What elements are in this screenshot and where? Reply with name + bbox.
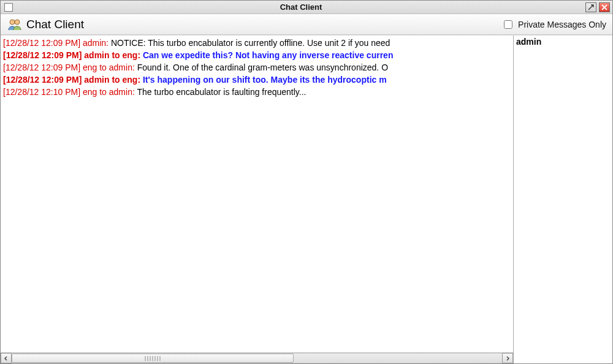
chat-timestamp: [12/28/12 12:09 PM] <box>3 75 82 85</box>
private-messages-checkbox[interactable] <box>504 20 512 29</box>
chat-sender: eng to admin: <box>83 63 135 72</box>
chat-message-text: The turbo encabulator is faulting freque… <box>137 87 306 97</box>
close-icon <box>601 4 607 10</box>
window-controls <box>585 2 612 12</box>
scroll-right-button[interactable] <box>502 353 513 363</box>
private-messages-label: Private Messages Only <box>518 20 606 29</box>
chat-log[interactable]: [12/28/12 12:09 PM] admin: NOTICE: This … <box>1 36 513 352</box>
chat-timestamp: [12/28/12 12:09 PM] <box>3 50 82 60</box>
maximize-button[interactable] <box>585 2 596 12</box>
chat-message-text: Found it. One of the cardinal gram-meter… <box>137 63 388 72</box>
chat-sender: admin to eng: <box>84 50 140 60</box>
chat-window: Chat Client Chat Client Pri <box>0 0 613 364</box>
window-title: Chat Client <box>17 2 585 12</box>
chat-timestamp: [12/28/12 12:10 PM] <box>3 87 80 97</box>
chevron-left-icon <box>4 356 9 361</box>
panel-header-left: Chat Client <box>7 18 84 31</box>
chevron-right-icon <box>505 356 510 361</box>
chat-timestamp: [12/28/12 12:09 PM] <box>3 63 80 72</box>
chat-timestamp: [12/28/12 12:09 PM] <box>3 38 80 48</box>
chat-message-text: NOTICE: This turbo encabulator is curren… <box>111 38 390 48</box>
chat-pane: [12/28/12 12:09 PM] admin: NOTICE: This … <box>1 36 514 363</box>
svg-point-0 <box>10 20 15 25</box>
chat-line[interactable]: [12/28/12 12:09 PM] admin: NOTICE: This … <box>3 37 511 49</box>
chat-message-text: It's happening on our shift too. Maybe i… <box>143 75 387 85</box>
private-messages-toggle[interactable]: Private Messages Only <box>501 18 606 31</box>
close-button[interactable] <box>599 2 610 12</box>
scroll-left-button[interactable] <box>1 353 12 363</box>
panel-title: Chat Client <box>26 18 84 31</box>
users-icon <box>7 18 23 31</box>
chat-line[interactable]: [12/28/12 12:09 PM] eng to admin: Found … <box>3 61 511 74</box>
content-area: [12/28/12 12:09 PM] admin: NOTICE: This … <box>1 35 612 363</box>
system-menu-icon[interactable] <box>4 3 13 12</box>
chat-sender: admin: <box>83 38 109 48</box>
maximize-icon <box>588 4 594 10</box>
scrollbar-track[interactable] <box>12 353 502 363</box>
chat-line[interactable]: [12/28/12 12:09 PM] admin to eng: It's h… <box>3 74 511 86</box>
horizontal-scrollbar[interactable] <box>1 352 513 363</box>
chat-line[interactable]: [12/28/12 12:09 PM] admin to eng: Can we… <box>3 49 511 61</box>
user-list[interactable]: admin <box>514 36 612 363</box>
scrollbar-grip-icon <box>145 356 161 361</box>
window-titlebar[interactable]: Chat Client <box>1 1 612 14</box>
user-list-item[interactable]: admin <box>516 37 610 47</box>
chat-line[interactable]: [12/28/12 12:10 PM] eng to admin: The tu… <box>3 86 511 98</box>
panel-header: Chat Client Private Messages Only <box>1 14 612 35</box>
chat-message-text: Can we expedite this? Not having any inv… <box>143 50 393 60</box>
chat-sender: admin to eng: <box>84 75 140 85</box>
svg-point-1 <box>15 20 20 25</box>
scrollbar-thumb[interactable] <box>12 354 294 363</box>
chat-sender: eng to admin: <box>83 87 135 97</box>
